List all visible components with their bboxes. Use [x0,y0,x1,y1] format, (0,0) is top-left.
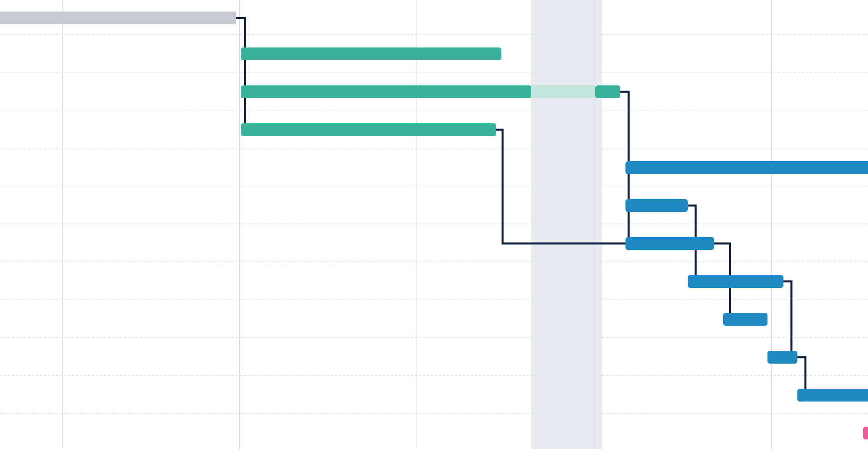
row-divider [0,224,868,224]
time-gridline [771,0,772,449]
dependency-lines [0,0,868,449]
gantt-bar[interactable] [241,123,496,136]
gantt-bar[interactable] [723,313,767,326]
gantt-bar[interactable] [625,161,868,174]
gantt-bar-nonworking[interactable] [531,85,595,98]
row-divider [0,72,868,73]
time-gridline [416,0,417,449]
row-divider [0,110,868,111]
gantt-bar[interactable] [797,389,868,402]
row-divider [0,337,868,338]
row-divider [0,186,868,186]
row-divider [0,375,868,376]
gantt-bar[interactable] [0,12,236,24]
gantt-bar[interactable] [625,199,688,212]
gantt-chart [0,0,868,449]
gantt-bar[interactable] [688,275,783,288]
row-divider [0,413,868,414]
gantt-bar[interactable] [863,427,868,439]
row-divider [0,261,868,262]
gantt-bar[interactable] [595,85,620,98]
time-gridline [62,0,63,449]
gantt-bar[interactable] [625,237,714,250]
non-working-band [531,0,602,449]
row-divider [0,148,868,148]
time-gridline [239,0,240,449]
gantt-bar[interactable] [241,47,501,60]
row-divider [0,34,868,35]
row-divider [0,299,868,300]
time-gridline [594,0,594,449]
gantt-bar[interactable] [767,351,797,364]
gantt-bar[interactable] [241,85,531,98]
